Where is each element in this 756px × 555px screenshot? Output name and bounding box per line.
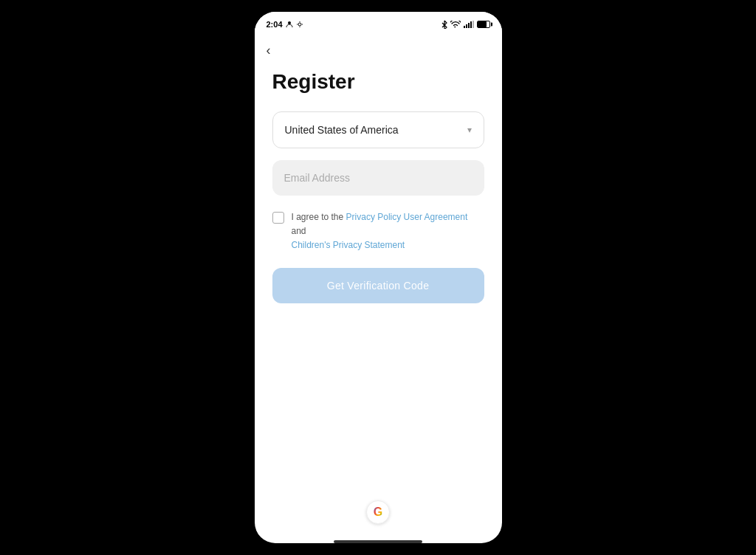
- person-icon: [286, 21, 293, 28]
- agreement-and: and: [292, 226, 306, 236]
- screen-content: ‹ Register United States of America ▾ I …: [255, 34, 502, 543]
- status-icons: [441, 20, 490, 29]
- svg-rect-6: [472, 21, 474, 28]
- agreement-row: I agree to the Privacy Policy User Agree…: [272, 210, 484, 253]
- signal-icon: [464, 21, 474, 28]
- chevron-down-icon: ▾: [467, 125, 472, 135]
- svg-rect-2: [464, 26, 465, 28]
- status-bar: 2:04: [255, 12, 502, 34]
- wifi-icon: [450, 21, 461, 28]
- google-g-icon: G: [374, 506, 382, 519]
- country-select[interactable]: United States of America ▾: [272, 111, 484, 148]
- svg-rect-5: [470, 21, 472, 28]
- phone-frame: 2:04: [255, 12, 502, 543]
- home-indicator: [334, 540, 422, 543]
- svg-rect-4: [468, 23, 470, 28]
- svg-rect-3: [466, 24, 467, 28]
- agreement-prefix: I agree to the: [292, 212, 346, 222]
- bottom-area: G: [255, 492, 502, 536]
- children-privacy-link[interactable]: Children's Privacy Statement: [292, 240, 405, 250]
- page-title: Register: [272, 70, 484, 94]
- time-display: 2:04: [267, 20, 283, 29]
- bluetooth-icon: [441, 20, 447, 29]
- settings-icon: [296, 21, 303, 28]
- back-arrow-icon: ‹: [267, 43, 271, 58]
- battery-icon: [477, 21, 490, 28]
- country-select-value: United States of America: [285, 124, 399, 136]
- verify-button[interactable]: Get Verification Code: [272, 268, 484, 303]
- user-agreement-link[interactable]: User Agreement: [404, 212, 468, 222]
- status-time: 2:04: [267, 20, 303, 29]
- email-input[interactable]: [272, 160, 484, 196]
- svg-point-1: [298, 23, 301, 26]
- agreement-checkbox[interactable]: [272, 212, 284, 224]
- form-area: Register United States of America ▾ I ag…: [255, 64, 502, 321]
- privacy-policy-link[interactable]: Privacy Policy: [346, 212, 402, 222]
- svg-point-0: [288, 21, 291, 24]
- google-logo[interactable]: G: [366, 500, 390, 524]
- agreement-text: I agree to the Privacy Policy User Agree…: [292, 210, 484, 253]
- spacer: [255, 321, 502, 492]
- back-button[interactable]: ‹: [255, 34, 502, 64]
